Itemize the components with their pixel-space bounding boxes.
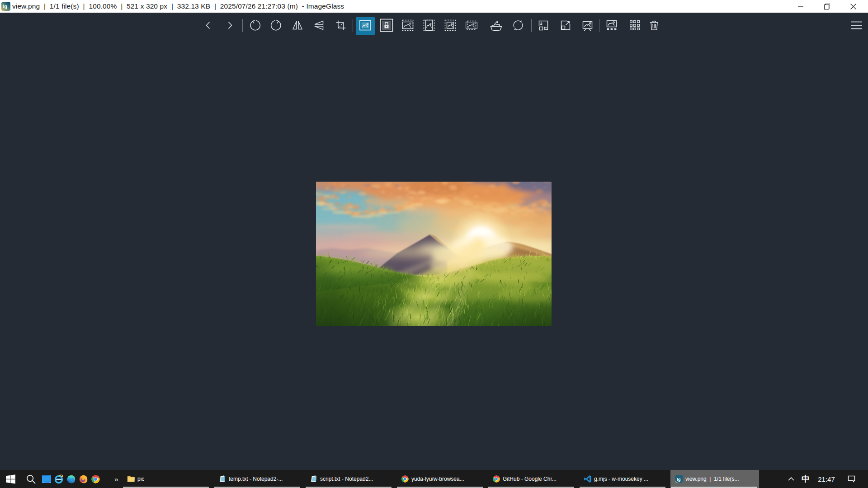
svg-text:Ig: Ig xyxy=(3,4,7,9)
svg-text:Ig: Ig xyxy=(677,477,681,482)
